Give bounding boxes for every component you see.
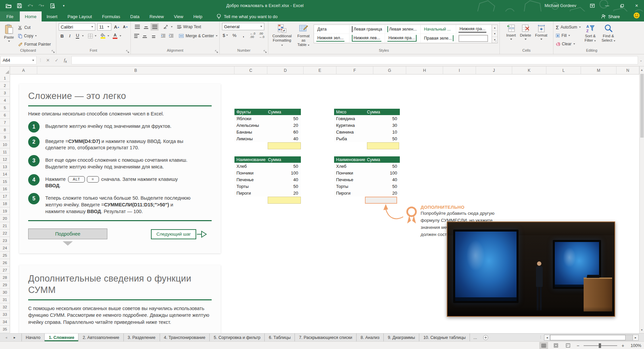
sheet-tab-10-Сводные-таблицы[interactable]: 10. Сводные таблицы [419,334,470,341]
row-header-27[interactable]: 27 [0,266,10,274]
sheet-tab-1-Сложение[interactable]: 1. Сложение [45,334,78,341]
column-header-K[interactable]: K [512,66,546,74]
tabs-splitter-grip[interactable]: ⋮ [539,335,542,339]
increase-decimal-icon[interactable]: ←.0.00 [249,32,256,39]
row-header-29[interactable]: 29 [0,281,10,289]
table-cell-value[interactable]: 40 [366,177,400,182]
row-header-14[interactable]: 14 [0,170,10,178]
table-cell-name[interactable]: Пончики [234,170,267,176]
zoom-slider[interactable] [584,343,617,348]
normal-view-icon[interactable] [539,342,548,349]
table-cell-value[interactable]: 20 [366,191,400,196]
ribbon-tab-help[interactable]: Help [188,11,207,21]
percent-format-icon[interactable]: % [231,32,238,39]
ribbon-tab-data[interactable]: Data [125,11,144,21]
sheet-nav-left-icon[interactable]: ◄ [5,336,8,339]
table-row[interactable]: Свинина10 [334,129,400,135]
find-select-button[interactable]: Find &Select [600,23,617,48]
enter-entry-icon[interactable]: ✓ [53,56,61,64]
table-cell-value[interactable]: 100 [366,170,400,176]
row-header-26[interactable]: 26 [0,259,10,266]
row-header-10[interactable]: 10 [0,141,10,148]
clear-button[interactable]: Clear [556,40,581,48]
redo-icon[interactable]: ↷▾ [39,3,45,9]
column-header-N[interactable]: N [616,66,639,74]
middle-align-icon[interactable] [142,23,150,31]
row-header-4[interactable]: 4 [0,97,10,104]
bottom-align-icon[interactable] [151,23,159,31]
column-header-L[interactable]: L [546,66,581,74]
row-header-2[interactable]: 2 [0,82,10,89]
column-header-I[interactable]: I [443,66,476,74]
table-cell-value[interactable]: 40 [267,177,301,182]
insert-function-icon[interactable]: fx [61,56,69,64]
wrap-text-button[interactable]: Wrap Text [177,23,201,31]
table-row[interactable]: Торты50 [334,183,400,190]
zoom-out-icon[interactable]: − [576,343,580,348]
conditional-formatting-button[interactable]: ≠ ConditionalFormatting [271,23,293,48]
format-as-table-button[interactable]: Format asTable [295,23,312,48]
table-row[interactable]: Лимоны40 [234,135,301,142]
table-cell-name[interactable]: Рыба [334,136,366,141]
close-button[interactable]: ✕ [629,0,644,11]
scroll-down-icon[interactable]: ▼ [640,327,644,333]
cell-style-Нижняя-пра-[interactable]: Нижняя пра... [385,34,421,43]
format-cells-button[interactable]: Format [533,23,549,48]
row-header-13[interactable]: 13 [0,163,10,170]
gallery-more-icon[interactable]: ▼̲ [492,37,497,43]
clipboard-dialog-launcher-icon[interactable] [52,50,55,53]
share-button[interactable]: Share [598,11,623,21]
horizontal-scrollbar[interactable]: ◄ ► [544,335,639,341]
delete-cells-button[interactable]: Delete [518,23,533,48]
paste-button[interactable]: Paste [2,23,15,48]
row-header-3[interactable]: 3 [0,89,10,97]
row-header-9[interactable]: 9 [0,134,10,141]
minimize-button[interactable]: — [600,0,614,11]
hscroll-right-icon[interactable]: ► [633,335,639,341]
column-header-G[interactable]: G [373,66,406,74]
merge-center-button[interactable]: Merge & Center [179,32,218,40]
table-row[interactable]: Печенье40 [334,176,400,183]
table-cell-value[interactable]: 50 [267,116,301,121]
sheet-tab-7-Раскрывающиеся-списки[interactable]: 7. Раскрывающиеся списки [295,334,357,341]
row-header-23[interactable]: 23 [0,237,10,244]
column-header-H[interactable]: H [406,66,443,74]
table-header-cell[interactable]: Сумма [366,110,400,114]
next-step-button[interactable]: Следующий шаг [151,229,196,239]
fruits-formula-cell[interactable] [268,142,301,149]
bold-button[interactable]: B [59,33,65,40]
ribbon-tab-review[interactable]: Review [145,11,169,21]
table-header-cell[interactable]: Наименование [234,157,267,162]
table-cell-name[interactable]: Хлеб [234,164,267,169]
cell-style-Левая-зелен-[interactable]: Левая зелен... [385,25,421,34]
table-row[interactable]: Яблоки50 [234,115,301,122]
autosum-button[interactable]: Σ AutoSum [556,23,581,31]
table-cell-name[interactable]: Яблоки [234,116,267,121]
table-header-cell[interactable]: Фрукты [234,110,267,114]
embedded-video-player[interactable] [447,221,615,317]
more-button[interactable]: Подробнее [28,229,107,239]
table-cell-name[interactable]: Торты [234,184,267,189]
table-row[interactable]: Апельсины20 [234,122,301,129]
number-dialog-launcher-icon[interactable] [264,50,267,53]
formula-bar-grip[interactable]: ⋮ [37,58,44,62]
sheet-tab-8-Анализ[interactable]: 8. Анализ [357,334,384,341]
table-cell-name[interactable]: Хлеб [334,164,366,169]
table-cell-value[interactable]: 50 [366,136,400,141]
table-cell-name[interactable]: Курятина [334,123,366,128]
table-cell-value[interactable]: 40 [267,136,301,141]
row-header-15[interactable]: 15 [0,178,10,185]
row-header-16[interactable]: 16 [0,185,10,193]
open-icon[interactable] [5,3,11,9]
ribbon-tab-insert[interactable]: Insert [42,11,63,21]
column-header-A[interactable]: A [10,66,37,74]
copy-button[interactable]: Copy [18,32,51,40]
row-header-34[interactable]: 34 [0,318,10,326]
row-header-1[interactable]: 1 [0,74,10,82]
table-cell-name[interactable]: Торты [334,184,366,189]
table-cell-name[interactable]: Печенье [334,177,366,182]
gallery-scroll-up-icon[interactable]: ▲ [492,25,497,31]
sheet-tab-3-Разделение[interactable]: 3. Разделение [124,334,160,341]
name-box[interactable]: A64 [0,56,37,64]
table-header-cell[interactable]: Сумма [366,157,400,162]
